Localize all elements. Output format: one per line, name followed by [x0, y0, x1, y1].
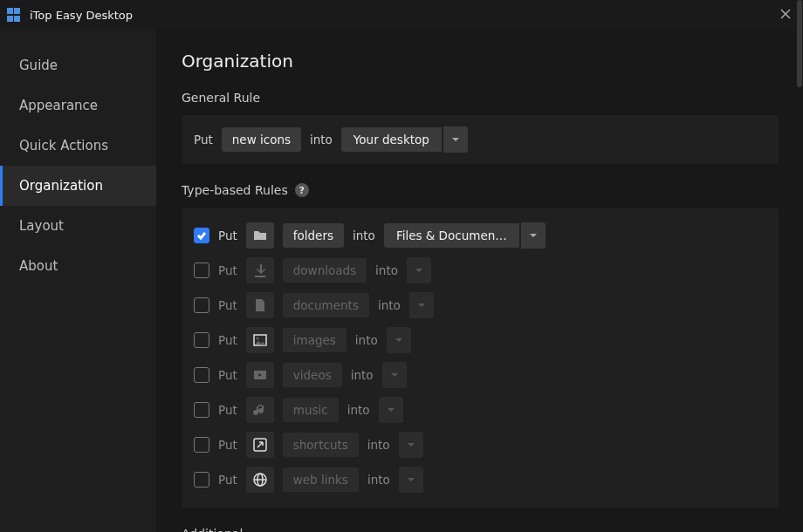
put-word: Put [218, 473, 237, 487]
general-rule-label: General Rule [182, 91, 779, 105]
put-word: Put [218, 263, 237, 277]
rule-destination-select [407, 257, 431, 283]
sidebar: GuideAppearanceQuick ActionsOrganization… [0, 30, 157, 532]
rule-type-chip[interactable]: downloads [283, 258, 367, 283]
music-icon [246, 397, 274, 423]
rule-checkbox[interactable] [194, 228, 209, 243]
app-title: iTop Easy Desktop [30, 9, 133, 22]
main-content: Organization General Rule Put new icons … [157, 30, 803, 532]
document-icon [246, 292, 274, 318]
image-icon [246, 327, 274, 353]
type-rule-row: Putmusicinto [194, 392, 766, 427]
type-rules-panel: PutfoldersintoFiles & Documen…Putdownloa… [182, 208, 779, 508]
general-destination-select[interactable]: Your desktop [341, 126, 468, 153]
scrollbar-thumb[interactable] [797, 0, 802, 87]
rule-destination-select [379, 397, 403, 423]
put-word: Put [218, 403, 237, 417]
into-word: into [355, 333, 378, 347]
type-rule-row: Putweb linksinto [194, 462, 766, 497]
type-rules-label-text: Type-based Rules [182, 183, 288, 197]
rule-checkbox[interactable] [194, 437, 209, 453]
rule-checkbox[interactable] [194, 367, 209, 383]
rule-destination-select [382, 362, 407, 388]
rule-type-chip[interactable]: music [283, 398, 339, 422]
rule-type-chip[interactable]: videos [283, 363, 342, 387]
rule-destination-select [399, 467, 423, 493]
rule-checkbox[interactable] [194, 297, 209, 313]
shortcut-icon [246, 432, 274, 458]
put-word: Put [218, 438, 237, 452]
into-word: into [367, 438, 390, 452]
into-word: into [375, 263, 398, 277]
chevron-down-icon [407, 257, 431, 283]
type-rules-label: Type-based Rules ? [182, 183, 779, 197]
rule-type-chip[interactable]: folders [283, 223, 344, 248]
app-logo-icon [7, 8, 21, 22]
general-subject-chip[interactable]: new icons [222, 127, 301, 152]
type-rule-row: Putimagesinto [194, 323, 766, 358]
rule-destination-select [409, 292, 434, 318]
close-button[interactable] [777, 5, 794, 23]
put-word: Put [218, 228, 237, 242]
rule-type-chip[interactable]: web links [283, 467, 359, 492]
sidebar-item-quick-actions[interactable]: Quick Actions [0, 126, 156, 166]
chevron-down-icon [379, 397, 403, 423]
type-rule-row: Putshortcutsinto [194, 427, 766, 462]
rule-destination-select [399, 432, 423, 458]
into-word: into [347, 403, 370, 417]
into-word: into [310, 133, 333, 147]
titlebar: iTop Easy Desktop [0, 0, 803, 30]
download-icon [246, 257, 274, 283]
into-word: into [351, 368, 374, 382]
chevron-down-icon [387, 327, 411, 353]
into-word: into [378, 298, 401, 312]
video-icon [246, 362, 274, 388]
put-word: Put [194, 133, 213, 147]
rule-destination-value[interactable]: Files & Documen… [384, 223, 519, 248]
into-word: into [353, 228, 375, 242]
put-word: Put [218, 298, 237, 312]
rule-type-chip[interactable]: images [283, 328, 347, 352]
sidebar-item-about[interactable]: About [0, 246, 156, 286]
chevron-down-icon [399, 432, 423, 458]
svg-rect-3 [257, 305, 263, 306]
rule-destination-select[interactable]: Files & Documen… [384, 222, 546, 249]
rule-type-chip[interactable]: shortcuts [283, 433, 359, 457]
sidebar-item-organization[interactable]: Organization [0, 166, 156, 206]
rule-type-chip[interactable]: documents [283, 293, 369, 317]
additional-label: Additional [182, 527, 779, 532]
put-word: Put [218, 333, 237, 347]
help-icon[interactable]: ? [295, 183, 309, 197]
chevron-down-icon[interactable] [443, 126, 468, 153]
type-rule-row: Putvideosinto [194, 358, 766, 392]
rule-checkbox[interactable] [194, 472, 209, 488]
rule-destination-select [387, 327, 411, 353]
svg-point-6 [256, 338, 258, 340]
into-word: into [367, 473, 390, 487]
chevron-down-icon [382, 362, 407, 388]
type-rule-row: Putdocumentsinto [194, 288, 766, 323]
folder-icon [246, 222, 274, 249]
type-rule-row: Putdownloadsinto [194, 253, 766, 288]
general-rule-row: Put new icons into Your desktop [194, 126, 766, 153]
page-title: Organization [182, 51, 779, 72]
type-rule-row: PutfoldersintoFiles & Documen… [194, 218, 766, 253]
chevron-down-icon [409, 292, 434, 318]
put-word: Put [218, 368, 237, 382]
chevron-down-icon [399, 467, 423, 493]
sidebar-item-appearance[interactable]: Appearance [0, 85, 156, 126]
chevron-down-icon[interactable] [521, 222, 546, 249]
svg-rect-4 [257, 307, 263, 308]
general-rule-panel: Put new icons into Your desktop [182, 115, 779, 164]
rule-checkbox[interactable] [194, 332, 209, 348]
rule-checkbox[interactable] [194, 402, 209, 418]
rule-checkbox[interactable] [194, 263, 209, 278]
general-destination-value[interactable]: Your desktop [341, 127, 442, 152]
weblink-icon [246, 467, 274, 493]
sidebar-item-layout[interactable]: Layout [0, 206, 156, 246]
svg-rect-2 [257, 304, 263, 304]
sidebar-item-guide[interactable]: Guide [0, 45, 156, 85]
